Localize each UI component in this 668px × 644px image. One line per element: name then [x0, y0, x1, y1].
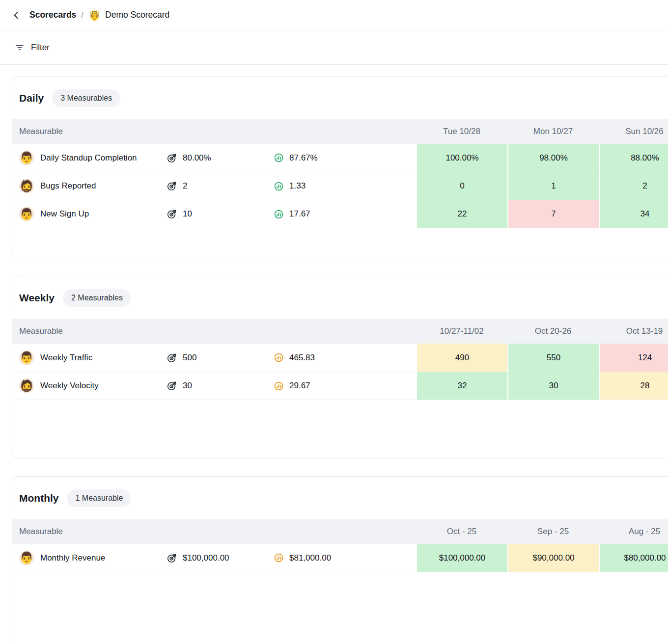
date-column-header: Aug - 25 — [599, 527, 668, 537]
measurable-cell: 👨 New Sign Up — [12, 200, 160, 228]
average-value: 87.67% — [289, 153, 318, 163]
owner-avatar: 👨 — [19, 350, 34, 365]
score-cell[interactable]: 490 — [416, 344, 507, 372]
breadcrumb-scorecards[interactable]: Scorecards — [29, 10, 76, 20]
average-chart-icon — [274, 381, 284, 391]
goal-target-icon — [167, 352, 177, 363]
goal-value: 30 — [183, 381, 192, 391]
section-title: Daily — [19, 92, 44, 104]
average-cell: 87.67% — [268, 144, 416, 172]
measurable-row: 🧔 Bugs Reported 2 1.33 012 — [12, 172, 668, 200]
date-column-header: Oct 13-19 — [599, 326, 668, 336]
back-button[interactable] — [8, 7, 25, 24]
date-column-header: Mon 10/27 — [507, 127, 599, 136]
goal-value: $100,000.00 — [183, 553, 229, 563]
owner-avatar: 🧔 — [19, 378, 34, 393]
table-header-row: Measurable Oct - 25Sep - 25Aug - 25 — [12, 519, 668, 544]
measurable-count-badge: 1 Measurable — [67, 489, 131, 507]
table-body: 👨 Monthly Revenue $100,000.00 $81,000.00 — [12, 544, 668, 572]
average-cell: 465.83 — [268, 344, 416, 372]
owner-avatar: 👨 — [19, 207, 34, 221]
score-cell[interactable]: 100.00% — [416, 144, 507, 172]
measurable-row: 👨 New Sign Up 10 17.67 22734 — [12, 200, 668, 228]
measurable-column-header: Measurable — [12, 127, 416, 136]
measurable-name[interactable]: Bugs Reported — [40, 181, 96, 191]
score-cell[interactable]: 2 — [599, 172, 668, 200]
score-cell[interactable]: $100,000.00 — [416, 544, 507, 572]
score-cell[interactable]: 22 — [416, 200, 507, 228]
average-chart-icon — [274, 153, 284, 163]
score-cells: $100,000.00$90,000.00$80,000.00 — [416, 544, 668, 572]
average-cell: 1.33 — [268, 172, 416, 200]
table-header-row: Measurable 10/27-11/02Oct 20-26Oct 13-19 — [12, 319, 668, 344]
scorecard-section: Daily 3 Measurables Measurable Tue 10/28… — [12, 76, 668, 258]
measurable-name[interactable]: New Sign Up — [40, 209, 89, 219]
date-column-header: Oct 20-26 — [507, 326, 599, 336]
score-cell[interactable]: 7 — [507, 200, 599, 228]
score-cell[interactable]: 1 — [507, 172, 599, 200]
measurable-name[interactable]: Monthly Revenue — [40, 553, 105, 563]
goal-value: 10 — [183, 209, 192, 219]
goal-target-icon — [167, 181, 177, 191]
date-column-headers: Tue 10/28Mon 10/27Sun 10/26 — [416, 127, 668, 136]
score-cells: 100.00%98.00%88.00% — [416, 144, 668, 172]
date-column-headers: Oct - 25Sep - 25Aug - 25 — [416, 527, 668, 537]
average-value: 29.67 — [289, 381, 310, 391]
average-value: 17.67 — [289, 209, 310, 219]
score-cell[interactable]: $80,000.00 — [599, 544, 668, 572]
score-cell[interactable]: 550 — [507, 344, 599, 372]
table-body: 👨 Daily Standup Completion 80.00% 87.67% — [12, 144, 668, 228]
goal-target-icon — [167, 209, 177, 219]
score-cell[interactable]: 34 — [599, 200, 668, 228]
score-cell[interactable]: 30 — [507, 372, 599, 400]
measurable-name[interactable]: Weekly Velocity — [40, 381, 99, 391]
score-cell[interactable]: 124 — [599, 344, 668, 372]
filter-button[interactable]: Filter — [15, 43, 50, 53]
topbar: Scorecards / 🤴 Demo Scorecard — [0, 0, 668, 30]
measurable-name[interactable]: Daily Standup Completion — [40, 153, 137, 163]
scorecard-section: Weekly 2 Measurables Measurable 10/27-11… — [12, 276, 668, 458]
score-cell[interactable]: 32 — [416, 372, 507, 400]
score-cells: 323028 — [416, 372, 668, 400]
goal-cell: 80.00% — [160, 144, 268, 172]
filter-bar: Filter — [0, 30, 668, 65]
measurable-count-badge: 3 Measurables — [52, 89, 120, 107]
goal-target-icon — [167, 380, 177, 391]
score-cells: 22734 — [416, 200, 668, 228]
measurable-row: 🧔 Weekly Velocity 30 29.67 323028 — [12, 372, 668, 400]
average-chart-icon — [274, 209, 284, 219]
filter-lines-icon — [15, 43, 25, 53]
measurable-name[interactable]: Weekly Traffic — [40, 353, 92, 363]
owner-avatar: 🧔 — [19, 179, 34, 193]
date-column-header: 10/27-11/02 — [416, 326, 507, 336]
goal-cell: 500 — [160, 344, 268, 372]
owner-avatar: 👨 — [19, 151, 34, 165]
goal-target-icon — [167, 153, 177, 163]
goal-value: 80.00% — [183, 153, 211, 163]
measurable-cell: 👨 Monthly Revenue — [12, 544, 160, 572]
average-chart-icon — [274, 181, 284, 191]
goal-value: 2 — [183, 181, 187, 191]
date-column-header: Tue 10/28 — [416, 127, 507, 136]
scorecard-section: Monthly 1 Measurable Measurable Oct - 25… — [12, 476, 668, 644]
goal-cell: 2 — [160, 172, 268, 200]
average-chart-icon — [274, 553, 284, 563]
owner-avatar: 👨 — [19, 551, 34, 565]
goal-cell: 30 — [160, 372, 268, 400]
average-value: 465.83 — [289, 353, 315, 363]
goal-cell: 10 — [160, 200, 268, 228]
measurable-count-badge: 2 Measurables — [63, 289, 131, 307]
score-cell[interactable]: 98.00% — [507, 144, 599, 172]
score-cell[interactable]: $90,000.00 — [507, 544, 599, 572]
table-body: 👨 Weekly Traffic 500 465.83 49055 — [12, 344, 668, 400]
filter-label: Filter — [31, 43, 50, 53]
goal-target-icon — [167, 553, 177, 564]
measurable-cell: 👨 Daily Standup Completion — [12, 144, 160, 172]
score-cell[interactable]: 28 — [599, 372, 668, 400]
chevron-left-icon — [11, 10, 21, 20]
measurable-row: 👨 Monthly Revenue $100,000.00 $81,000.00 — [12, 544, 668, 572]
score-cell[interactable]: 88.00% — [599, 144, 668, 172]
date-column-headers: 10/27-11/02Oct 20-26Oct 13-19 — [416, 326, 668, 336]
table-header-row: Measurable Tue 10/28Mon 10/27Sun 10/26 — [12, 119, 668, 144]
score-cell[interactable]: 0 — [416, 172, 507, 200]
